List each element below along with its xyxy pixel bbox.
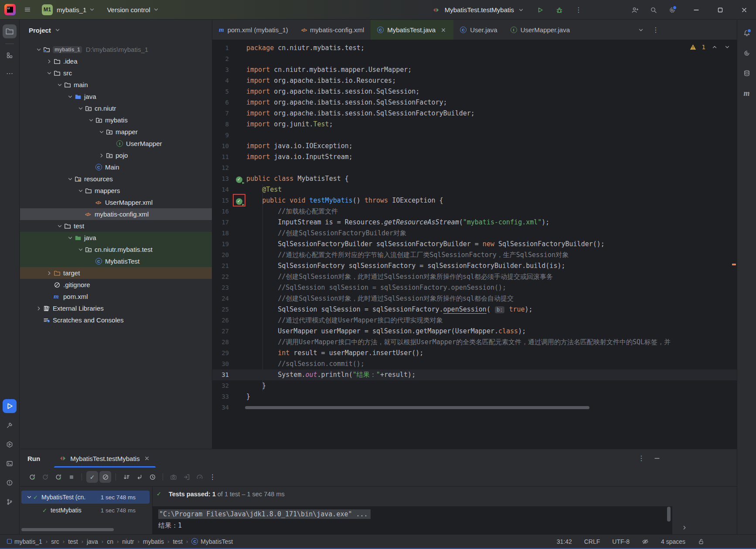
- run-panel-title[interactable]: Run: [27, 455, 40, 462]
- code-with-me-button[interactable]: [631, 7, 638, 14]
- screenshot-button[interactable]: [167, 471, 179, 483]
- console-vscrollbar[interactable]: [667, 507, 671, 522]
- rerun-test-button[interactable]: [26, 471, 38, 483]
- prev-warning-icon[interactable]: [711, 44, 718, 51]
- encoding[interactable]: UTF-8: [612, 538, 630, 545]
- tree-item-pojo[interactable]: pojo: [20, 149, 212, 161]
- tree-item-java[interactable]: java: [20, 232, 212, 244]
- hidden-tabs-chevron-icon[interactable]: [637, 27, 644, 34]
- problems-tool-button[interactable]: [3, 476, 17, 490]
- tree-item-java[interactable]: java: [20, 91, 212, 102]
- chevron-down-icon[interactable]: [25, 494, 33, 501]
- breadcrumb-cn[interactable]: cn: [107, 538, 113, 545]
- chevron-down-icon[interactable]: [76, 246, 85, 253]
- chevron-down-icon[interactable]: [97, 129, 106, 136]
- error-stripe-mark[interactable]: [732, 264, 736, 265]
- vcs-chevron-icon[interactable]: [153, 6, 160, 13]
- chevron-down-icon[interactable]: [76, 187, 85, 194]
- breadcrumb-mybatistest[interactable]: CMybatisTest: [191, 538, 233, 545]
- version-control-tool-button[interactable]: [3, 495, 17, 509]
- breadcrumb-test[interactable]: test: [173, 538, 183, 545]
- tree-item-cn-niutr-mybatis-test[interactable]: cn.niutr.mybatis.test: [20, 244, 212, 255]
- tree-item-src[interactable]: src: [20, 67, 212, 79]
- inspection-widget[interactable]: 1: [690, 44, 731, 51]
- chevron-right-icon[interactable]: [44, 270, 54, 277]
- project-panel-title[interactable]: Project: [29, 27, 51, 34]
- maximize-button[interactable]: [708, 0, 732, 20]
- chevron-down-icon[interactable]: [86, 117, 95, 124]
- chevron-down-icon[interactable]: [55, 81, 64, 88]
- structure-tool-button[interactable]: [3, 48, 17, 62]
- tree-item-scratches-and-consoles[interactable]: Scratches and Consoles: [20, 314, 212, 326]
- more-actions-icon[interactable]: ⋮: [575, 7, 582, 14]
- run-config-name[interactable]: MybatisTest.testMybatis: [445, 6, 514, 14]
- terminal-tool-button[interactable]: [3, 457, 17, 471]
- notifications-button[interactable]: [740, 26, 754, 40]
- run-config-chevron-icon[interactable]: [518, 7, 524, 14]
- search-everywhere-button[interactable]: [650, 7, 657, 14]
- close-run-tab-icon[interactable]: [143, 455, 150, 462]
- breadcrumb-test[interactable]: test: [68, 538, 78, 545]
- project-name[interactable]: mybatis_1: [57, 6, 86, 14]
- chevron-down-icon[interactable]: [44, 70, 54, 77]
- debug-button[interactable]: [556, 7, 563, 14]
- run-tool-button[interactable]: [3, 399, 17, 413]
- hide-run-panel-icon[interactable]: [654, 455, 661, 462]
- ai-assistant-button[interactable]: [740, 46, 754, 60]
- test-row-mybatistest-cn-niutr-mybatis-t[interactable]: ✓MybatisTest (cn.niutr.mybatis.test)1 se…: [21, 491, 150, 504]
- caret-position[interactable]: 31:42: [557, 538, 572, 545]
- write-access-icon[interactable]: [698, 538, 705, 545]
- run-tab[interactable]: MybatisTest.testMybatis: [54, 449, 156, 468]
- collapse-all-button[interactable]: [133, 471, 145, 483]
- run-button[interactable]: [537, 7, 544, 14]
- import-tests-button[interactable]: [180, 471, 192, 483]
- tree-item-cn-niutr[interactable]: cn.niutr: [20, 102, 212, 114]
- test-history-button[interactable]: [146, 471, 158, 483]
- more-tool-windows-button[interactable]: ⋯: [3, 67, 17, 81]
- tree-item-mapper[interactable]: mapper: [20, 126, 212, 138]
- chevron-down-icon[interactable]: [65, 176, 75, 183]
- minimize-button[interactable]: [684, 0, 708, 20]
- tab-user-java[interactable]: CUser.java: [453, 20, 504, 40]
- database-button[interactable]: [740, 66, 754, 80]
- chevron-down-icon[interactable]: [65, 93, 75, 100]
- run-panel-more-icon[interactable]: ⋮: [638, 455, 645, 462]
- show-ignored-toggle[interactable]: [99, 471, 111, 483]
- next-warning-icon[interactable]: [724, 44, 731, 51]
- tab-pom-xml-mybatis-1-[interactable]: mpom.xml (mybatis_1): [212, 20, 295, 40]
- project-tool-button[interactable]: [3, 24, 17, 38]
- tree-item--gitignore[interactable]: .gitignore: [20, 279, 212, 291]
- tab-mybatistest-java[interactable]: CMybatisTest.java: [371, 20, 453, 40]
- tree-item-pom-xml[interactable]: mpom.xml: [20, 291, 212, 302]
- tree-item-usermapper-xml[interactable]: </>UserMapper.xml: [20, 197, 212, 208]
- breadcrumb-src[interactable]: src: [51, 538, 59, 545]
- chevron-down-icon[interactable]: [76, 105, 85, 112]
- console-output[interactable]: "C:\Program Files\Java\jdk1.8.0_171\bin\…: [153, 506, 672, 535]
- tree-item-usermapper[interactable]: IUserMapper: [20, 138, 212, 149]
- close-button[interactable]: [732, 0, 756, 20]
- chevron-right-icon[interactable]: [97, 152, 106, 159]
- tree-item-external-libraries[interactable]: External Libraries: [20, 302, 212, 314]
- close-tab-icon[interactable]: [440, 27, 447, 34]
- tree-item-mybatis-config-xml[interactable]: </>mybatis-config.xml: [20, 208, 212, 220]
- main-menu-button[interactable]: [20, 2, 35, 17]
- tree-item-mybatis[interactable]: mybatis: [20, 114, 212, 126]
- rerun-failed-tests-button[interactable]: [39, 471, 51, 483]
- breadcrumb-niutr[interactable]: niutr: [122, 538, 134, 545]
- chevron-right-icon[interactable]: [44, 58, 54, 65]
- breadcrumb-mybatis-1[interactable]: mybatis_1: [7, 538, 42, 545]
- tree-item-test[interactable]: test: [20, 220, 212, 232]
- tree-item-main[interactable]: CMain: [20, 161, 212, 173]
- stop-button[interactable]: [65, 471, 77, 483]
- more-options-button[interactable]: ⋮: [207, 471, 218, 483]
- show-passed-toggle[interactable]: ✓: [86, 471, 98, 483]
- settings-button[interactable]: [669, 7, 676, 14]
- chevron-right-icon[interactable]: [34, 305, 43, 312]
- tab-mybatis-config-xml[interactable]: </>mybatis-config.xml: [295, 20, 371, 40]
- toggle-auto-test-button[interactable]: [52, 471, 64, 483]
- tree-item--idea[interactable]: .idea: [20, 55, 212, 67]
- tree-item-target[interactable]: target: [20, 267, 212, 279]
- editor-hscrollbar[interactable]: [245, 406, 589, 409]
- test-row-testmybatis[interactable]: ✓testMybatis1 sec 748 ms: [21, 504, 150, 517]
- project-chevron-icon[interactable]: [89, 6, 95, 13]
